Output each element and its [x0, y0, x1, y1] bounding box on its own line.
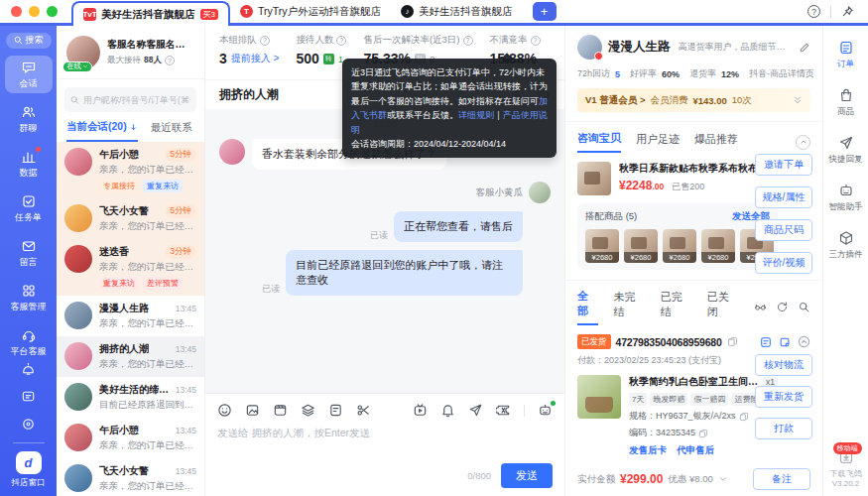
info-icon[interactable]: ?: [531, 36, 541, 46]
customer-avatar[interactable]: [219, 139, 245, 165]
send-button[interactable]: 发送: [501, 463, 553, 488]
combo-product-thumbnail[interactable]: ¥2680: [585, 229, 619, 263]
tab-user-footprint[interactable]: 用户足迹: [636, 132, 680, 152]
conversation-item[interactable]: 午后小憩5分钟 亲亲，您的订单已经在派送... 专属接待重复来访: [57, 142, 204, 198]
conversation-item[interactable]: 漫漫人生路13:45 亲亲，您的订单已经在派送...: [57, 296, 204, 336]
conversation-search[interactable]: [64, 87, 196, 112]
customer-avatar[interactable]: [577, 35, 602, 60]
conversation-item[interactable]: 迷迭香3分钟 亲亲，您的订单已经在派送... 重复来访差评预警: [57, 239, 204, 296]
global-search-button[interactable]: 搜索: [6, 33, 52, 49]
tab-hot-items[interactable]: 爆品推荐: [694, 132, 738, 152]
download-app-block[interactable]: 移动端 下载飞鸽 V3.20.2: [830, 449, 862, 496]
consulting-product[interactable]: 秋季日系新款贴布秋季系布秋布布秋布... ¥2248.00 已售200: [577, 162, 778, 195]
sidebar-item-platform-cs[interactable]: 平台客服: [5, 323, 53, 361]
remark-button[interactable]: 备注: [753, 468, 810, 490]
review-video-button[interactable]: 评价/视频: [755, 252, 812, 274]
alarm-icon[interactable]: [21, 361, 36, 376]
info-icon[interactable]: ?: [336, 36, 346, 46]
scissors-icon[interactable]: [356, 403, 371, 418]
minimize-window-button[interactable]: [29, 6, 40, 17]
workbench-icon[interactable]: [21, 389, 36, 404]
search-icon[interactable]: [798, 301, 810, 313]
doudian-logo[interactable]: d: [16, 451, 42, 474]
video-icon[interactable]: [273, 403, 288, 418]
tab-recent-contacts[interactable]: 最近联系: [151, 121, 192, 141]
glasses-icon[interactable]: [754, 301, 767, 313]
collapse-section-button[interactable]: [796, 135, 810, 150]
toolbar-item-plugins[interactable]: 三方插件: [829, 230, 863, 261]
emoji-icon[interactable]: [217, 403, 232, 418]
live-player-icon[interactable]: [413, 403, 428, 418]
layers-icon[interactable]: [301, 403, 315, 418]
sidebar-item-data[interactable]: 数据: [5, 145, 53, 183]
spec-attr-button[interactable]: 规格/属性: [755, 186, 812, 208]
combo-product-thumbnail[interactable]: ¥2680: [624, 229, 658, 263]
sidebar-item-group-chat[interactable]: 群聊: [5, 100, 53, 138]
chevron-down-icon[interactable]: [718, 474, 728, 484]
online-status-badge[interactable]: 在线: [62, 62, 92, 72]
reship-button[interactable]: 重新发货: [755, 386, 812, 408]
tab-closed-orders[interactable]: 已关闭: [707, 290, 739, 324]
conversation-item[interactable]: 飞天小女警5分钟 亲亲，您的订单已经在派送...: [57, 198, 204, 239]
message-input[interactable]: 发送给 拥挤的人潮，按Enter发送: [217, 427, 553, 440]
info-icon[interactable]: ?: [260, 36, 270, 46]
conversation-item[interactable]: 午后小憩13:45 亲亲，您的订单已经在派送...: [57, 418, 204, 458]
toolbar-item-assistant[interactable]: 智能助手: [829, 183, 863, 213]
refund-button[interactable]: 打款: [755, 418, 812, 439]
conversation-item[interactable]: 飞天小女警13:45 亲亲，您的订单已经在派送...: [57, 458, 204, 496]
invite-order-button[interactable]: 邀请下单: [755, 154, 812, 176]
order-item[interactable]: 秋季简约乳白色卧室卫生间收纳... x1 7天 晚发即赔 假一赔四 运费险 > …: [577, 375, 778, 457]
sidebar-item-messages[interactable]: 留言: [5, 234, 53, 272]
agent-avatar[interactable]: [529, 182, 551, 203]
tab-all-orders[interactable]: 全部: [577, 289, 598, 325]
send-plane-icon[interactable]: [468, 403, 483, 418]
sidebar-item-tasks[interactable]: 任务单: [5, 189, 53, 227]
proxy-aftersale-link[interactable]: 代申售后: [677, 444, 714, 457]
conversation-search-input[interactable]: [83, 95, 190, 105]
new-tab-button[interactable]: +: [533, 2, 557, 21]
image-icon[interactable]: [245, 403, 260, 418]
refresh-icon[interactable]: [776, 301, 789, 313]
conversation-item-selected[interactable]: 拥挤的人潮13:45 亲亲，您的订单已经在派送...: [57, 336, 204, 377]
combo-product-thumbnail[interactable]: ¥2680: [663, 229, 696, 263]
double-chevron-down-icon[interactable]: [793, 95, 803, 105]
pin-icon[interactable]: [841, 5, 854, 18]
order-card-icon[interactable]: [328, 403, 343, 418]
tab-open-orders[interactable]: 未完结: [613, 290, 645, 324]
copy-icon[interactable]: [698, 429, 708, 438]
bell-icon[interactable]: [440, 403, 455, 418]
rules-link[interactable]: 详细规则: [458, 110, 494, 120]
check-logistics-button[interactable]: 核对物流: [755, 354, 812, 376]
sidebar-item-cs-manage[interactable]: 客服管理: [5, 279, 53, 316]
shop-tab-2[interactable]: T TryTry户外运动抖音旗舰店: [230, 0, 391, 23]
sidebar-item-chat[interactable]: 会话: [5, 56, 53, 93]
zoom-window-button[interactable]: [47, 6, 58, 17]
send-aftersale-card-link[interactable]: 发售后卡: [629, 444, 667, 457]
tab-current-sessions[interactable]: 当前会话(20): [66, 120, 138, 142]
vip-level[interactable]: V1 普通会员 >: [585, 94, 645, 107]
shop-tab-3[interactable]: ♪ 美好生活抖音旗舰店: [391, 0, 523, 23]
settings-icon[interactable]: [21, 417, 36, 432]
copy-icon[interactable]: [727, 336, 738, 347]
tab-consulting-item[interactable]: 咨询宝贝: [577, 131, 621, 153]
toolbar-item-orders[interactable]: 订单: [837, 40, 854, 70]
coupon-icon[interactable]: [496, 403, 511, 418]
tab-finished-orders[interactable]: 已完结: [661, 290, 692, 324]
close-window-button[interactable]: [11, 6, 22, 17]
membership-banner[interactable]: V1 普通会员 > 会员消费 ¥143.00 10次: [577, 88, 810, 112]
size-chart-button[interactable]: 商品尺码: [755, 219, 812, 241]
conversation-item[interactable]: 美好生活的缔造者13:45 目前已经原路退回到您的账...: [57, 377, 204, 418]
edit-icon[interactable]: [799, 42, 810, 54]
toolbar-item-goods[interactable]: 商品: [837, 87, 854, 118]
toolbar-item-quick-reply[interactable]: 快捷回复: [829, 135, 863, 166]
order-note-icon[interactable]: [779, 336, 791, 348]
combo-product-thumbnail[interactable]: ¥2680: [701, 229, 735, 263]
robot-assistant-icon[interactable]: [538, 403, 553, 418]
help-icon[interactable]: ?: [807, 5, 820, 18]
info-icon[interactable]: ?: [165, 56, 175, 65]
agent-avatar[interactable]: 在线: [66, 36, 100, 69]
shop-tab-1[interactable]: TvT 美好生活抖音旗舰店 买3: [71, 1, 230, 26]
order-detail-icon[interactable]: [760, 336, 772, 348]
collapse-order-icon[interactable]: [798, 335, 810, 348]
info-icon[interactable]: ?: [463, 36, 473, 46]
